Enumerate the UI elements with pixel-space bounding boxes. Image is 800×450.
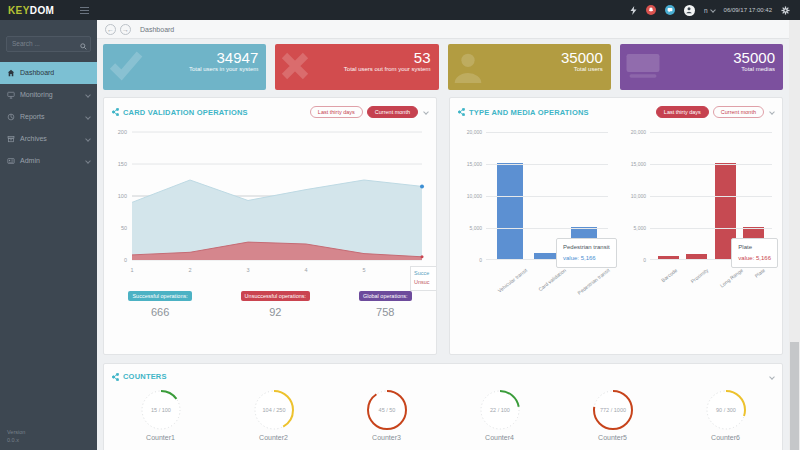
search-icon[interactable] [80, 36, 87, 54]
sidebar-item-label: Archives [20, 135, 47, 142]
gauge-ring: 90 / 300 [703, 387, 749, 433]
back-button[interactable]: ← [105, 24, 116, 35]
bar-label: Card validation [537, 267, 567, 292]
total-badge: Unsuccessful operations: [241, 291, 310, 301]
sidebar-item-label: Reports [20, 113, 45, 120]
gauge-label: Counter2 [259, 434, 288, 441]
scrollbar-thumb[interactable] [790, 342, 799, 450]
main-area: ← → Dashboard 34947Total users in your s… [97, 20, 789, 450]
share-icon [458, 108, 465, 116]
chevron-down-icon [85, 136, 91, 142]
chevron-down-icon [85, 92, 91, 98]
svg-text:772 / 1000: 772 / 1000 [600, 407, 626, 413]
avatar[interactable] [684, 5, 695, 16]
gauge-ring: 45 / 50 [364, 387, 410, 433]
panel-title: CARD VALIDATION OPERATIONS [112, 108, 248, 117]
header-actions: n 06/09/17 17:00:42 [630, 5, 800, 16]
panels-row: CARD VALIDATION OPERATIONS Last thirty d… [103, 97, 783, 355]
svg-text:50: 50 [121, 225, 127, 231]
panel-header: COUNTERS [104, 364, 782, 383]
svg-text:1: 1 [130, 267, 133, 273]
type-operations-chart: 05,00010,00015,00020,000Vehicular transi… [460, 124, 610, 296]
forward-button[interactable]: → [120, 24, 131, 35]
stat-card-cross[interactable]: 53Total users out from your system [275, 44, 438, 90]
stat-card-media-card[interactable]: 35000Total medias [620, 44, 783, 90]
gauge-ring: 15 / 100 [138, 387, 184, 433]
chevron-down-icon [85, 114, 91, 120]
vertical-scrollbar [789, 20, 800, 450]
gear-icon[interactable] [781, 6, 790, 15]
stat-value: 53 [283, 49, 430, 66]
panel-title: COUNTERS [112, 372, 167, 381]
svg-text:45 / 50: 45 / 50 [378, 407, 395, 413]
sidebar-item-dashboard[interactable]: Dashboard [0, 62, 97, 84]
stat-value: 35000 [456, 49, 603, 66]
share-icon [112, 373, 119, 381]
total-global: Global operations:758 [359, 284, 412, 318]
panel-title: TYPE AND MEDIA OPERATIONS [458, 108, 589, 117]
media-operations-chart: 05,00010,00015,00020,000BarcodeProximity… [624, 124, 774, 296]
total-unsuccessful: Unsuccessful operations:92 [241, 284, 310, 318]
stat-value: 35000 [628, 49, 775, 66]
sidebar: DashboardMonitoringReportsArchivesAdmin … [0, 20, 97, 450]
chevron-down-icon [710, 7, 716, 13]
version-info: Version 0.0.x [7, 428, 25, 445]
gauge-counter2: 104 / 250Counter2 [217, 387, 330, 441]
gauge-counter1: 15 / 100Counter1 [104, 387, 217, 441]
svg-text:5: 5 [362, 267, 365, 273]
gauge-counter5: 772 / 1000Counter5 [556, 387, 669, 441]
gauge-label: Counter1 [146, 434, 175, 441]
chevron-down-icon[interactable] [769, 374, 775, 380]
notifications-icon[interactable] [646, 5, 656, 15]
filter-current-month[interactable]: Current month [713, 106, 764, 118]
sidebar-nav: DashboardMonitoringReportsArchivesAdmin [0, 62, 97, 172]
svg-text:0: 0 [124, 257, 127, 263]
stat-card-check[interactable]: 34947Total users in your system [103, 44, 266, 90]
sidebar-item-reports[interactable]: Reports [0, 106, 97, 128]
counters-panel: COUNTERS 15 / 100Counter1104 / 250Counte… [103, 363, 783, 450]
gauge-ring: 772 / 1000 [590, 387, 636, 433]
sidebar-item-admin[interactable]: Admin [0, 150, 97, 172]
svg-text:3: 3 [246, 267, 249, 273]
bar-vehicular-transit [497, 163, 523, 260]
bar-label: Pedestrian transit [576, 267, 610, 296]
bar-label: Long Range [718, 267, 743, 289]
filter-current-month[interactable]: Current month [367, 106, 418, 118]
total-badge: Global operations: [359, 291, 412, 301]
svg-text:22 / 100: 22 / 100 [490, 407, 510, 413]
sidebar-item-label: Admin [20, 157, 40, 164]
sidebar-item-archives[interactable]: Archives [0, 128, 97, 150]
app-logo: KEYDOM [8, 5, 54, 16]
svg-text:150: 150 [118, 161, 127, 167]
stat-label: Total users [456, 66, 603, 72]
card-validation-panel: CARD VALIDATION OPERATIONS Last thirty d… [103, 97, 437, 355]
top-header: KEYDOM n 06/09/17 17:00:42 [0, 0, 800, 20]
sidebar-search [6, 32, 91, 52]
chevron-down-icon[interactable] [423, 109, 429, 115]
chat-icon[interactable] [665, 5, 675, 15]
bar-label: Barcode [660, 267, 678, 283]
chevron-down-icon[interactable] [769, 109, 775, 115]
menu-toggle-icon[interactable] [80, 7, 89, 14]
gauge-counter6: 90 / 300Counter6 [669, 387, 782, 441]
svg-text:15 / 100: 15 / 100 [151, 407, 171, 413]
dashboard-content: 34947Total users in your system53Total u… [97, 39, 789, 450]
filter-last-thirty-days[interactable]: Last thirty days [656, 106, 709, 118]
svg-text:90 / 300: 90 / 300 [716, 407, 736, 413]
gauge-ring: 22 / 100 [477, 387, 523, 433]
panel-header: CARD VALIDATION OPERATIONS Last thirty d… [104, 98, 436, 120]
user-menu[interactable]: n [704, 7, 715, 14]
svg-text:200: 200 [118, 129, 127, 135]
stat-card-user[interactable]: 35000Total users [448, 44, 611, 90]
monitor-icon [7, 91, 15, 99]
bolt-icon[interactable] [630, 6, 637, 15]
total-value: 758 [359, 306, 412, 318]
area-chart: 050100150200123456 [110, 122, 432, 282]
logo-zone: KEYDOM [0, 0, 97, 20]
gauge-label: Counter4 [485, 434, 514, 441]
filter-last-thirty-days[interactable]: Last thirty days [310, 106, 363, 118]
breadcrumb: ← → Dashboard [97, 20, 789, 39]
search-input[interactable] [6, 36, 91, 52]
home-icon [7, 69, 15, 77]
sidebar-item-monitoring[interactable]: Monitoring [0, 84, 97, 106]
